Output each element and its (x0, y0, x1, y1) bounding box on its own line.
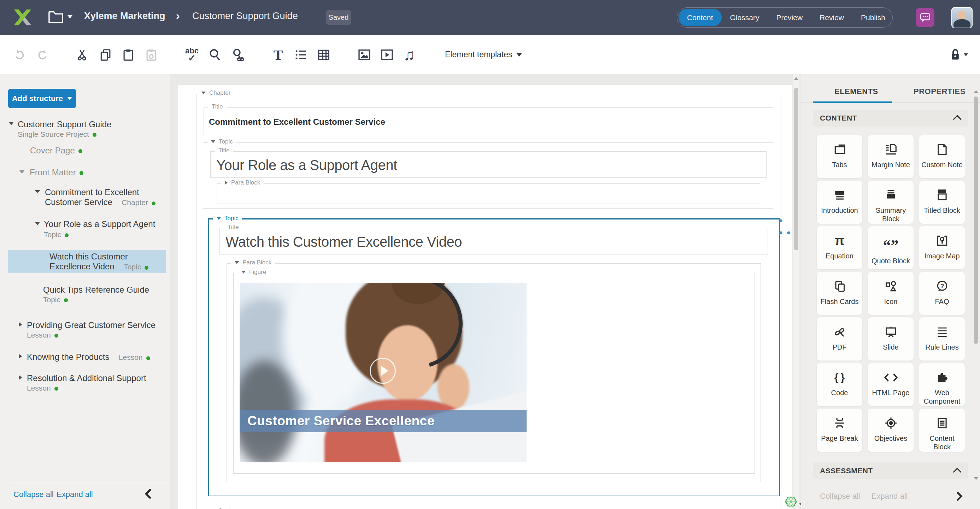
topic-title-text[interactable]: Your Role as a Support Agent (216, 157, 397, 173)
search-icon[interactable] (208, 48, 222, 62)
topic-title-text[interactable]: Watch this Customer Excellence Video (226, 234, 462, 250)
card-quote-block[interactable]: “” Quote Block (868, 226, 913, 269)
expand-toggle-icon[interactable] (19, 322, 22, 327)
card-pdf[interactable]: PDF (817, 317, 862, 361)
scrollbar-thumb[interactable] (974, 97, 978, 344)
assessment-section-header[interactable]: ASSESSMENT (813, 462, 968, 479)
card-margin-note[interactable]: Margin Note (868, 135, 913, 178)
collapse-toggle-icon[interactable] (9, 122, 14, 125)
add-structure-button[interactable]: Add structure (8, 89, 76, 108)
card-content-block[interactable]: Content Block (919, 409, 965, 452)
para-block-legend[interactable]: Para Block (231, 259, 275, 266)
margin-note-icon (884, 142, 898, 157)
chapter-element[interactable]: Chapter Title Commitment to Excellent Cu… (196, 94, 781, 509)
tab-preview[interactable]: Preview (768, 9, 811, 26)
expand-toggle-icon[interactable] (19, 354, 22, 359)
topic-legend[interactable]: Topic (207, 507, 236, 509)
para-block-collapsed[interactable]: Para Block (216, 183, 760, 204)
card-custom-note[interactable]: Custom Note (919, 135, 965, 178)
figure-legend[interactable]: Figure (238, 269, 270, 276)
card-rule-lines[interactable]: Rule Lines (919, 317, 965, 361)
chapter-legend[interactable]: Chapter (198, 89, 234, 97)
paste-icon[interactable] (122, 48, 135, 62)
card-summary-block[interactable]: Summary Block (868, 181, 913, 224)
cut-icon[interactable] (76, 48, 90, 62)
card-tabs[interactable]: Tabs (817, 135, 862, 178)
card-icon[interactable]: Icon (868, 272, 913, 315)
user-avatar[interactable] (951, 7, 972, 28)
image-icon[interactable] (357, 48, 371, 62)
collapse-toggle-icon[interactable] (35, 190, 40, 193)
topic-title-field[interactable]: Title Your Role as a Support Agent (210, 151, 767, 178)
chapter-title-field[interactable]: Title Commitment to Excellent Customer S… (204, 107, 773, 135)
tab-glossary[interactable]: Glossary (722, 9, 768, 26)
para-block-expanded[interactable]: Para Block Figure (226, 263, 761, 482)
card-objectives[interactable]: Objectives (868, 409, 913, 452)
expand-all-link[interactable]: Expand all (57, 490, 93, 499)
mode-nav: Content Glossary Preview Review Publish (677, 8, 893, 27)
topic-title-field[interactable]: Title Watch this Customer Excellence Vid… (220, 228, 768, 255)
audio-icon[interactable]: ♫ (404, 46, 415, 64)
card-html-page[interactable]: HTML Page (868, 363, 913, 406)
card-slide[interactable]: Slide (868, 317, 913, 361)
text-icon[interactable]: T (274, 46, 283, 63)
lock-dropdown[interactable] (949, 48, 968, 62)
panel-expand-all-link[interactable]: Expand all (872, 492, 908, 501)
video-caption-band: Customer Service Excellence (240, 410, 527, 432)
more-options-icon[interactable]: • • • (779, 215, 792, 239)
bullet-list-icon[interactable] (294, 48, 307, 62)
redo-icon[interactable] (36, 48, 49, 62)
video-thumbnail[interactable]: Customer Service Excellence (240, 283, 527, 462)
element-templates-dropdown[interactable]: Element templates (445, 35, 522, 74)
collapse-all-link[interactable]: Collapse all (13, 490, 54, 499)
folder-menu-button[interactable] (48, 9, 72, 24)
video-icon[interactable] (380, 48, 394, 62)
spellcheck-icon[interactable]: abc ✓ (185, 47, 199, 62)
card-image-map[interactable]: Image Map (919, 226, 965, 269)
expand-panel-icon[interactable] (956, 492, 963, 501)
chapter-title-text[interactable]: Commitment to Excellent Customer Service (209, 117, 385, 127)
card-flash-cards[interactable]: Flash Cards (817, 272, 862, 315)
table-icon[interactable] (317, 48, 331, 62)
canvas-scrollbar[interactable] (793, 74, 799, 509)
breadcrumb-project[interactable]: Xyleme Marketing (84, 11, 165, 22)
card-code[interactable]: { } Code (817, 363, 862, 406)
card-equation[interactable]: π Equation (817, 226, 862, 269)
panel-collapse-all-link[interactable]: Collapse all (820, 492, 860, 501)
paste-special-icon[interactable] (145, 48, 158, 62)
search-link-icon[interactable] (231, 48, 245, 62)
tab-elements[interactable]: ELEMENTS (834, 87, 878, 96)
topic-legend[interactable]: Topic (207, 138, 236, 145)
topic-element-watch-video-selected[interactable]: Topic Title Watch this Customer Excellen… (208, 218, 780, 496)
content-section-header[interactable]: CONTENT (813, 110, 968, 127)
play-overlay-icon[interactable] (370, 358, 396, 384)
topic-element-your-role[interactable]: Topic Title Your Role as a Support Agent… (203, 142, 773, 208)
comments-button[interactable] (916, 8, 934, 27)
tab-content[interactable]: Content (679, 9, 722, 26)
tree-item-type: Topic (124, 262, 141, 271)
tab-properties[interactable]: PROPERTIES (913, 87, 966, 96)
scroll-down-icon[interactable] (974, 477, 978, 480)
collapse-toggle-icon[interactable] (35, 222, 40, 225)
topic-legend[interactable]: Topic (213, 215, 242, 222)
figure-element[interactable]: Figure (233, 273, 755, 474)
tab-review[interactable]: Review (811, 9, 853, 26)
expand-toggle-icon[interactable] (19, 375, 22, 380)
collapse-sidebar-icon[interactable] (144, 488, 152, 499)
xyleme-logo[interactable] (12, 3, 33, 32)
collapse-toggle-icon[interactable] (19, 170, 24, 173)
undo-icon[interactable] (13, 48, 27, 62)
copy-icon[interactable] (99, 48, 112, 62)
para-block-legend[interactable]: Para Block (221, 179, 264, 186)
card-titled-block[interactable]: Titled Block (919, 181, 965, 224)
panel-scrollbar[interactable] (974, 90, 978, 482)
card-web-component[interactable]: Web Component (919, 363, 965, 406)
tab-publish[interactable]: Publish (853, 9, 894, 26)
card-introduction[interactable]: Introduction (817, 181, 862, 224)
card-faq[interactable]: ? FAQ (919, 272, 965, 315)
scrollbar-thumb[interactable] (794, 87, 799, 250)
scroll-up-icon[interactable] (974, 90, 978, 93)
scroll-up-icon[interactable] (794, 77, 799, 80)
card-page-break[interactable]: Page Break (817, 409, 862, 452)
valid-xml-hexagon-icon[interactable] (784, 496, 797, 507)
